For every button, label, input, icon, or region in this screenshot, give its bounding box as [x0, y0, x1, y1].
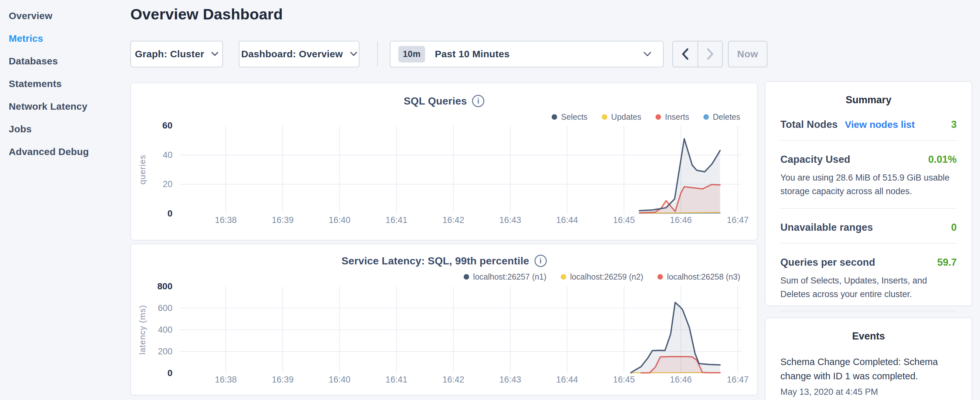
- svg-text:16:41: 16:41: [386, 215, 408, 225]
- svg-text:16:45: 16:45: [613, 375, 635, 384]
- chevron-down-icon: [644, 52, 651, 57]
- time-range-badge: 10m: [398, 46, 425, 62]
- summary-row-value: 59.7: [937, 257, 957, 268]
- graph-dropdown[interactable]: Graph: Cluster: [130, 41, 223, 67]
- summary-row: Total NodesView nodes list3: [780, 106, 957, 141]
- dashboard-dropdown-label: Dashboard: Overview: [241, 49, 343, 59]
- svg-text:16:46: 16:46: [670, 215, 692, 225]
- svg-text:16:40: 16:40: [329, 375, 351, 384]
- svg-text:0: 0: [167, 368, 172, 378]
- svg-text:40: 40: [163, 150, 172, 160]
- svg-text:16:39: 16:39: [272, 215, 294, 225]
- svg-text:400: 400: [158, 325, 172, 335]
- service-latency-chart-card: Service Latency: SQL, 99th percentile i …: [130, 244, 758, 395]
- summary-row-label: Unavailable ranges: [780, 222, 873, 233]
- chevron-down-icon: [350, 52, 357, 56]
- time-range-selector[interactable]: 10m Past 10 Minutes: [390, 41, 663, 67]
- page-title: Overview Dashboard: [130, 5, 283, 23]
- summary-row-description: Sum of Selects, Updates, Inserts, and De…: [780, 274, 957, 301]
- svg-text:16:47: 16:47: [727, 375, 749, 384]
- summary-row: Unavailable ranges0: [780, 209, 957, 244]
- sidebar-item-overview[interactable]: Overview: [9, 5, 122, 27]
- controls-bar: Graph: Cluster Dashboard: Overview 10m P…: [0, 41, 980, 67]
- service-latency-chart: 16:3816:3916:4016:4116:4216:4316:4416:45…: [131, 244, 758, 396]
- chevron-down-icon: [211, 52, 218, 56]
- summary-row: Capacity Used0.01%You are using 28.6 MiB…: [780, 141, 957, 209]
- svg-text:600: 600: [158, 303, 172, 313]
- svg-text:16:40: 16:40: [329, 215, 351, 225]
- summary-row-label: Total Nodes: [780, 119, 838, 131]
- svg-text:16:43: 16:43: [499, 375, 521, 384]
- view-nodes-list-link[interactable]: View nodes list: [845, 119, 915, 130]
- event-timestamp: May 13, 2020 at 4:45 PM: [780, 387, 957, 397]
- controls-divider: [377, 41, 378, 67]
- summary-row-label: Queries per second: [780, 257, 875, 268]
- sql-queries-chart-card: SQL Queries i SelectsUpdatesInsertsDelet…: [130, 83, 758, 241]
- svg-text:16:47: 16:47: [727, 215, 749, 225]
- sidebar-item-statements[interactable]: Statements: [9, 72, 122, 95]
- time-step-buttons: [672, 41, 723, 67]
- svg-text:16:39: 16:39: [272, 375, 294, 384]
- svg-text:800: 800: [157, 281, 172, 291]
- svg-text:16:45: 16:45: [613, 215, 635, 225]
- events-title: Events: [780, 330, 957, 342]
- svg-text:200: 200: [158, 347, 172, 356]
- summary-row-value: 0.01%: [928, 154, 957, 166]
- dashboard-dropdown[interactable]: Dashboard: Overview: [239, 41, 360, 67]
- sidebar-item-jobs[interactable]: Jobs: [9, 118, 122, 140]
- sql-queries-chart: 16:3816:3916:4016:4116:4216:4316:4416:45…: [131, 83, 758, 241]
- prev-time-button[interactable]: [673, 41, 698, 67]
- svg-text:16:38: 16:38: [215, 215, 237, 225]
- svg-text:latency (ms): latency (ms): [137, 305, 147, 355]
- summary-row-value: 3: [951, 119, 957, 131]
- svg-text:16:44: 16:44: [556, 215, 578, 225]
- svg-text:60: 60: [162, 120, 172, 131]
- svg-text:20: 20: [163, 179, 172, 189]
- svg-text:16:46: 16:46: [670, 375, 692, 384]
- sidebar-item-advanced-debug[interactable]: Advanced Debug: [9, 140, 122, 163]
- summary-panel: Summary Total NodesView nodes list3Capac…: [765, 81, 972, 306]
- now-button[interactable]: Now: [728, 41, 767, 67]
- time-range-label: Past 10 Minutes: [435, 49, 509, 59]
- event-text: Schema Change Completed: Schema change w…: [780, 355, 957, 383]
- summary-row-description: You are using 28.6 MiB of 515.9 GiB usab…: [780, 171, 957, 198]
- svg-text:0: 0: [167, 209, 172, 218]
- svg-text:queries: queries: [137, 155, 147, 185]
- summary-row-value: 0: [951, 222, 957, 233]
- sidebar-item-network-latency[interactable]: Network Latency: [9, 95, 122, 118]
- svg-text:16:42: 16:42: [442, 215, 464, 225]
- summary-row: Queries per second59.7Sum of Selects, Up…: [780, 244, 957, 312]
- events-panel: Events Schema Change Completed: Schema c…: [765, 317, 972, 400]
- next-time-button[interactable]: [698, 41, 722, 67]
- svg-text:16:44: 16:44: [556, 375, 578, 384]
- summary-row-label: Capacity Used: [780, 154, 850, 166]
- summary-title: Summary: [780, 94, 957, 106]
- db-console-app: OverviewMetricsDatabasesStatementsNetwor…: [0, 0, 980, 400]
- graph-dropdown-label: Graph: Cluster: [135, 49, 204, 59]
- sidebar-nav: OverviewMetricsDatabasesStatementsNetwor…: [9, 5, 122, 163]
- svg-text:16:43: 16:43: [499, 215, 521, 225]
- event-item: Schema Change Completed: Schema change w…: [780, 355, 957, 397]
- summary-rows: Total NodesView nodes list3Capacity Used…: [780, 106, 957, 346]
- event-list: Schema Change Completed: Schema change w…: [780, 355, 957, 397]
- svg-text:16:38: 16:38: [215, 375, 237, 384]
- svg-text:16:42: 16:42: [442, 375, 464, 384]
- svg-text:16:41: 16:41: [386, 375, 408, 384]
